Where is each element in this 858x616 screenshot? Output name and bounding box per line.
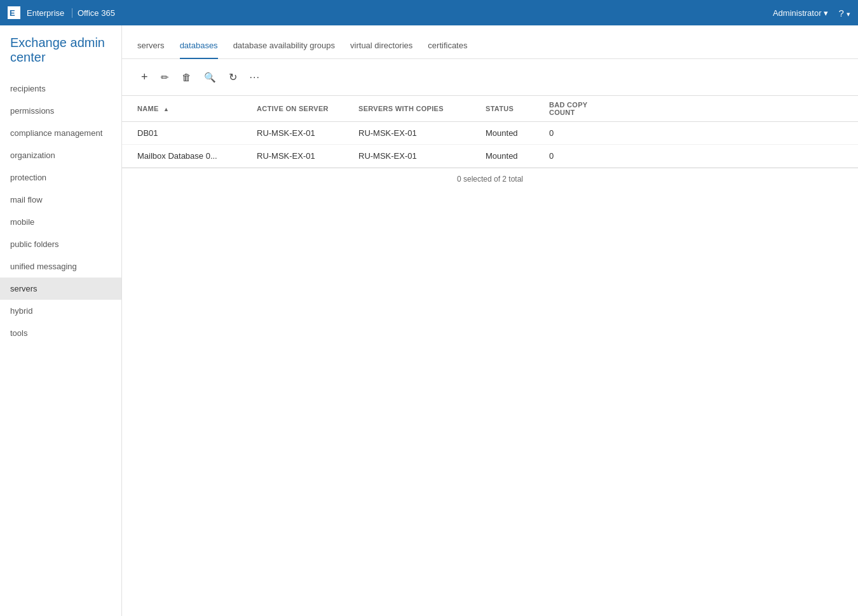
column-header-active-on-server[interactable]: ACTIVE ON SERVER bbox=[249, 96, 351, 122]
cell-status-mailbox: Mounted bbox=[478, 145, 541, 168]
tab-servers[interactable]: servers bbox=[137, 36, 165, 59]
data-table-container: NAME ▲ ACTIVE ON SERVER SERVERS WITH COP… bbox=[122, 95, 858, 168]
sidebar-item-mail-flow[interactable]: mail flow bbox=[0, 189, 121, 211]
search-button[interactable]: 🔍 bbox=[200, 69, 220, 86]
topbar: E Enterprise Office 365 Administrator ▾ … bbox=[0, 0, 858, 25]
delete-icon: 🗑 bbox=[182, 72, 191, 83]
sidebar-item-hybrid[interactable]: hybrid bbox=[0, 300, 121, 322]
table-row[interactable]: DB01 RU-MSK-EX-01 RU-MSK-EX-01 Mounted 0 bbox=[122, 122, 858, 145]
help-button[interactable]: ? ▾ bbox=[838, 8, 850, 18]
main-layout: Exchange admin center recipients permiss… bbox=[0, 25, 858, 616]
sidebar-item-permissions[interactable]: permissions bbox=[0, 100, 121, 122]
question-mark-icon: ? bbox=[838, 8, 843, 18]
cell-active-server-db01: RU-MSK-EX-01 bbox=[249, 122, 351, 145]
tab-databases[interactable]: databases bbox=[180, 36, 218, 59]
cell-status-db01: Mounted bbox=[478, 122, 541, 145]
sidebar-item-organization[interactable]: organization bbox=[0, 144, 121, 166]
cell-name-db01: DB01 bbox=[122, 122, 249, 145]
user-name: Administrator bbox=[773, 8, 822, 18]
edit-button[interactable]: ✏ bbox=[157, 69, 173, 86]
cell-extra-mailbox bbox=[618, 145, 858, 168]
chevron-down-icon: ▾ bbox=[847, 10, 850, 18]
chevron-down-icon: ▾ bbox=[824, 8, 828, 18]
search-icon: 🔍 bbox=[204, 72, 216, 83]
ellipsis-icon: ··· bbox=[250, 72, 260, 83]
toolbar: + ✏ 🗑 🔍 ↻ ··· bbox=[122, 59, 858, 95]
sidebar-item-unified-messaging[interactable]: unified messaging bbox=[0, 255, 121, 278]
topbar-title: Enterprise Office 365 bbox=[27, 8, 115, 18]
add-button[interactable]: + bbox=[137, 68, 152, 86]
sidebar-item-mobile[interactable]: mobile bbox=[0, 211, 121, 233]
user-menu[interactable]: Administrator ▾ bbox=[773, 8, 829, 18]
column-header-bad-copy-count[interactable]: BAD COPY COUNT bbox=[541, 96, 618, 122]
cell-copies-db01: RU-MSK-EX-01 bbox=[351, 122, 478, 145]
topbar-right: Administrator ▾ ? ▾ bbox=[773, 8, 850, 18]
sidebar-item-compliance-management[interactable]: compliance management bbox=[0, 122, 121, 144]
table-header-row: NAME ▲ ACTIVE ON SERVER SERVERS WITH COP… bbox=[122, 96, 858, 122]
tab-virtual-directories[interactable]: virtual directories bbox=[350, 36, 412, 59]
tab-certificates[interactable]: certificates bbox=[428, 36, 467, 59]
sidebar-item-servers[interactable]: servers bbox=[0, 278, 121, 300]
column-header-name[interactable]: NAME ▲ bbox=[122, 96, 249, 122]
cell-bad-count-mailbox: 0 bbox=[541, 145, 618, 168]
sidebar: Exchange admin center recipients permiss… bbox=[0, 25, 122, 616]
databases-table: NAME ▲ ACTIVE ON SERVER SERVERS WITH COP… bbox=[122, 96, 858, 168]
delete-button[interactable]: 🗑 bbox=[178, 69, 195, 85]
sidebar-item-public-folders[interactable]: public folders bbox=[0, 233, 121, 255]
cell-extra-db01 bbox=[618, 122, 858, 145]
column-header-status[interactable]: STATUS bbox=[478, 96, 541, 122]
table-row[interactable]: Mailbox Database 0... RU-MSK-EX-01 RU-MS… bbox=[122, 145, 858, 168]
tab-bar: servers databases database availability … bbox=[122, 25, 858, 59]
cell-copies-mailbox: RU-MSK-EX-01 bbox=[351, 145, 478, 168]
edit-icon: ✏ bbox=[161, 72, 169, 83]
status-bar: 0 selected of 2 total bbox=[122, 168, 858, 190]
sidebar-item-tools[interactable]: tools bbox=[0, 322, 121, 344]
column-header-extra bbox=[618, 96, 858, 122]
refresh-icon: ↻ bbox=[229, 71, 237, 83]
cell-active-server-mailbox: RU-MSK-EX-01 bbox=[249, 145, 351, 168]
page-title: Exchange admin center bbox=[0, 36, 121, 77]
product2-label: Office 365 bbox=[72, 8, 115, 18]
cell-name-mailbox: Mailbox Database 0... bbox=[122, 145, 249, 168]
sidebar-item-protection[interactable]: protection bbox=[0, 166, 121, 189]
more-button[interactable]: ··· bbox=[246, 69, 264, 86]
content-area: servers databases database availability … bbox=[122, 25, 858, 616]
tab-database-availability-groups[interactable]: database availability groups bbox=[233, 36, 335, 59]
column-header-servers-with-copies[interactable]: SERVERS WITH COPIES bbox=[351, 96, 478, 122]
app-logo: E bbox=[8, 6, 20, 19]
topbar-left: E Enterprise Office 365 bbox=[8, 6, 115, 19]
sidebar-item-recipients[interactable]: recipients bbox=[0, 77, 121, 100]
product1-label: Enterprise bbox=[27, 8, 64, 18]
svg-text:E: E bbox=[10, 8, 15, 18]
refresh-button[interactable]: ↻ bbox=[225, 69, 241, 86]
sort-asc-icon: ▲ bbox=[163, 106, 169, 112]
selection-count: 0 selected of 2 total bbox=[457, 175, 523, 184]
cell-bad-count-db01: 0 bbox=[541, 122, 618, 145]
